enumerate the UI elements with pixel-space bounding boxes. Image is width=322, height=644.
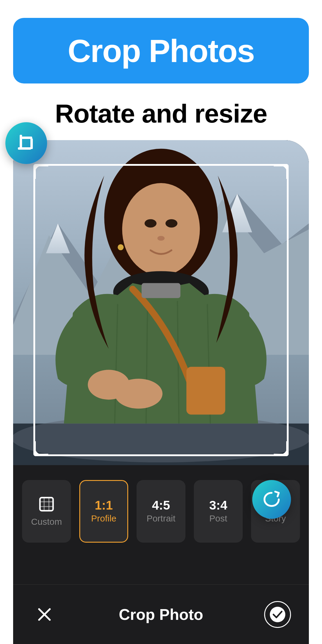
- ratio-3-4-top: 3:4: [209, 499, 227, 512]
- rotate-button[interactable]: [252, 480, 291, 519]
- ratio-btn-1-1[interactable]: 1:1 Profile: [79, 480, 128, 543]
- subtitle: Rotate and resize: [0, 98, 322, 129]
- ratio-btn-4-5[interactable]: 4:5 Portrait: [137, 480, 185, 543]
- action-title: Crop Photo: [119, 606, 203, 623]
- phone-area: Custom 1:1 Profile 4:5 Portrait 3:4 Post: [0, 128, 322, 644]
- cancel-button[interactable]: [31, 601, 58, 628]
- close-icon: [35, 606, 53, 623]
- ratio-1-1-bottom: Profile: [91, 513, 116, 524]
- check-icon: [269, 606, 286, 623]
- banner: Crop Photos: [13, 18, 309, 83]
- phone-frame: Custom 1:1 Profile 4:5 Portrait 3:4 Post: [13, 140, 309, 644]
- ratio-3-4-bottom: Post: [209, 513, 227, 524]
- corner-bl: [33, 441, 48, 456]
- ratio-4-5-top: 4:5: [152, 499, 170, 512]
- ratio-btn-3-4[interactable]: 3:4 Post: [194, 480, 243, 543]
- ratio-btn-custom[interactable]: Custom: [22, 480, 71, 543]
- svg-rect-28: [40, 498, 53, 511]
- corner-tr: [274, 164, 289, 179]
- svg-point-35: [270, 607, 285, 622]
- corner-br: [274, 441, 289, 456]
- crop-frame: [33, 164, 289, 456]
- confirm-button[interactable]: [264, 601, 291, 628]
- custom-ratio-icon: [38, 496, 55, 513]
- svg-rect-3: [21, 137, 32, 139]
- ratio-4-5-bottom: Portrait: [147, 513, 176, 524]
- banner-text: Crop Photos: [68, 32, 254, 69]
- svg-rect-0: [20, 135, 22, 148]
- crop-icon: [16, 132, 37, 154]
- custom-label: Custom: [31, 517, 62, 527]
- ratio-1-1-top: 1:1: [95, 499, 113, 512]
- rotate-icon: [261, 489, 282, 510]
- svg-rect-1: [18, 147, 31, 150]
- crop-icon-bubble[interactable]: [5, 122, 47, 164]
- svg-rect-2: [30, 138, 33, 149]
- corner-tl: [33, 164, 48, 179]
- action-bar: Crop Photo: [13, 584, 309, 644]
